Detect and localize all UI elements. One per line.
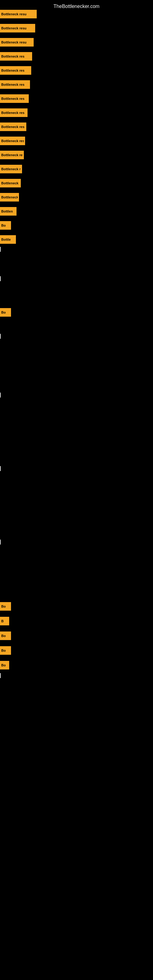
bar-row: Bo xyxy=(0,646,11,655)
bar-row: Bottleneck resu xyxy=(0,10,37,18)
bar-label: Bo xyxy=(1,310,6,314)
bar-label: Bottleneck res xyxy=(1,97,24,100)
bottleneck-bar: Bottleneck res xyxy=(0,52,32,60)
bottleneck-bar: Bo xyxy=(0,661,9,670)
bar-label: Bottleneck resu xyxy=(1,40,27,44)
bottleneck-bar: Bottle xyxy=(0,235,16,244)
bottleneck-bar: Bottleneck res xyxy=(0,80,30,89)
bar-row: Bottleneck r xyxy=(0,179,21,188)
bar-label: B xyxy=(1,619,4,623)
bottleneck-bar: Bo xyxy=(0,308,11,317)
bottleneck-bar: Bottleneck r xyxy=(0,179,21,188)
bottleneck-bar: Bottlen xyxy=(0,207,16,216)
bar-label: Bottleneck re xyxy=(1,153,22,157)
tick-mark xyxy=(0,539,1,544)
bar-row: Bottleneck resu xyxy=(0,38,33,46)
bottleneck-bar: Bottleneck res xyxy=(0,137,25,145)
tick-mark xyxy=(0,466,1,471)
bottleneck-bar: Bo xyxy=(0,221,11,230)
bottleneck-bar: Bo xyxy=(0,632,11,640)
bar-row: Bo xyxy=(0,602,11,611)
bottleneck-bar: Bo xyxy=(0,646,11,655)
bar-label: Bottle xyxy=(1,238,11,241)
bottleneck-bar: Bottleneck res xyxy=(0,123,26,131)
bar-label: Bo xyxy=(1,224,6,227)
bar-label: Bottleneck resu xyxy=(1,12,27,16)
bottleneck-bar: Bottleneck res xyxy=(0,108,27,117)
bar-label: Bo xyxy=(1,634,6,638)
bar-label: Bo xyxy=(1,663,6,667)
bottleneck-bar: Bottleneck resu xyxy=(0,38,33,46)
bar-label: Bottleneck r xyxy=(1,196,18,199)
bottleneck-bar: B xyxy=(0,617,9,625)
tick-mark xyxy=(0,393,1,398)
bar-label: Bo xyxy=(1,649,6,652)
tick-mark xyxy=(0,276,1,281)
bottleneck-bar: Bottleneck r xyxy=(0,165,22,173)
bar-label: Bottleneck res xyxy=(1,111,24,115)
bar-label: Bottleneck resu xyxy=(1,26,27,30)
tick-mark xyxy=(0,334,1,339)
bar-row: Bottleneck res xyxy=(0,137,25,145)
bottleneck-bar: Bottleneck resu xyxy=(0,24,35,32)
bar-label: Bottleneck res xyxy=(1,139,24,143)
bar-row: Bottleneck res xyxy=(0,52,32,60)
bar-row: Bottleneck res xyxy=(0,80,30,89)
bar-row: Bottleneck r xyxy=(0,165,22,173)
tick-mark xyxy=(0,673,1,678)
bar-row: Bottleneck resu xyxy=(0,24,35,32)
bar-row: Bo xyxy=(0,308,11,317)
bottleneck-bar: Bottleneck res xyxy=(0,66,31,75)
bar-label: Bo xyxy=(1,605,6,608)
bottleneck-bar: Bo xyxy=(0,602,11,611)
bottleneck-bar: Bottleneck res xyxy=(0,94,29,103)
bar-row: Bottleneck res xyxy=(0,66,31,75)
bar-row: Bo xyxy=(0,661,9,670)
bar-row: Bottleneck re xyxy=(0,151,24,159)
bottleneck-bar: Bottleneck re xyxy=(0,151,24,159)
bottleneck-bar: Bottleneck r xyxy=(0,193,19,202)
bar-row: Bo xyxy=(0,221,11,230)
bar-label: Bottleneck r xyxy=(1,167,21,171)
bar-label: Bottleneck r xyxy=(1,181,19,185)
bar-row: Bo xyxy=(0,632,11,640)
bar-row: Bottleneck res xyxy=(0,123,26,131)
tick-mark xyxy=(0,247,1,252)
bottleneck-bar: Bottleneck resu xyxy=(0,10,37,18)
bar-label: Bottleneck res xyxy=(1,83,24,86)
bar-row: Bottlen xyxy=(0,207,16,216)
bar-row: B xyxy=(0,617,9,625)
bar-row: Bottleneck res xyxy=(0,108,27,117)
bar-label: Bottleneck res xyxy=(1,54,24,58)
bar-row: Bottleneck r xyxy=(0,193,19,202)
bar-label: Bottlen xyxy=(1,210,13,213)
bar-label: Bottleneck res xyxy=(1,125,24,129)
bar-row: Bottle xyxy=(0,235,16,244)
bar-row: Bottleneck res xyxy=(0,94,29,103)
bar-label: Bottleneck res xyxy=(1,68,24,72)
